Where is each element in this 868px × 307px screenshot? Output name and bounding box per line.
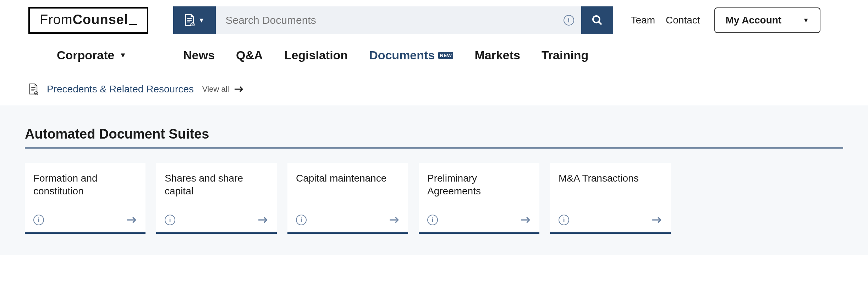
nav-markets[interactable]: Markets [474, 48, 520, 62]
arrow-right-icon[interactable] [520, 216, 531, 224]
card-row: Formation and constitution i Shares and … [25, 163, 843, 234]
search-bar: ▼ i [173, 6, 613, 34]
caret-down-icon: ▼ [803, 17, 809, 24]
my-account-dropdown[interactable]: My Account ▼ [714, 7, 820, 33]
card-footer: i [33, 215, 137, 225]
card-title: Capital maintenance [296, 172, 400, 185]
info-icon[interactable]: i [33, 215, 44, 225]
arrow-right-icon [234, 86, 244, 93]
search-icon [592, 15, 603, 26]
document-icon [184, 14, 195, 26]
nav-label: Training [542, 48, 588, 62]
card-formation[interactable]: Formation and constitution i [25, 163, 145, 234]
view-all-label: View all [202, 85, 229, 94]
card-footer: i [427, 215, 531, 225]
card-capital[interactable]: Capital maintenance i [287, 163, 408, 234]
arrow-right-icon[interactable] [389, 216, 400, 224]
card-footer: i [165, 215, 268, 225]
card-footer: i [296, 215, 400, 225]
team-link[interactable]: Team [631, 15, 655, 26]
nav-news[interactable]: News [183, 48, 215, 62]
search-input[interactable] [216, 6, 556, 34]
svg-line-5 [599, 22, 601, 25]
new-badge: NEW [438, 52, 453, 59]
contact-link[interactable]: Contact [666, 15, 700, 26]
logo[interactable]: FromCounsel [28, 7, 148, 34]
search-button[interactable] [581, 6, 613, 34]
info-icon: i [564, 15, 574, 26]
card-title: Shares and share capital [165, 172, 268, 198]
caret-down-icon: ▼ [119, 51, 126, 59]
sub-header: Precedents & Related Resources View all [0, 73, 868, 105]
info-icon[interactable]: i [296, 215, 307, 225]
nav-label: News [183, 48, 215, 62]
caret-down-icon: ▼ [198, 17, 205, 24]
my-account-label: My Account [726, 15, 782, 26]
document-filter-dropdown[interactable]: ▼ [173, 6, 216, 34]
arrow-right-icon[interactable] [258, 216, 268, 224]
arrow-right-icon[interactable] [126, 216, 137, 224]
search-info-button[interactable]: i [556, 6, 581, 34]
sub-header-title: Precedents & Related Resources [47, 84, 194, 95]
card-preliminary[interactable]: Preliminary Agreements i [419, 163, 539, 234]
nav-legislation[interactable]: Legislation [284, 48, 348, 62]
info-icon[interactable]: i [427, 215, 438, 225]
automated-document-suites-section: Automated Document Suites Formation and … [0, 105, 868, 255]
document-check-icon [28, 84, 38, 95]
nav-training[interactable]: Training [542, 48, 588, 62]
view-all-link[interactable]: View all [202, 85, 244, 94]
corporate-dropdown[interactable]: Corporate ▼ [57, 48, 126, 62]
nav-label: Markets [474, 48, 520, 62]
main-nav: Corporate ▼ News Q&A Legislation Documen… [0, 34, 868, 73]
card-ma[interactable]: M&A Transactions i [550, 163, 671, 234]
corporate-label: Corporate [57, 48, 114, 62]
card-title: Preliminary Agreements [427, 172, 531, 198]
nav-label: Q&A [236, 48, 263, 62]
section-title: Automated Document Suites [25, 126, 843, 149]
logo-text-1: From [40, 12, 73, 27]
logo-cursor [129, 24, 137, 25]
arrow-right-icon[interactable] [652, 216, 662, 224]
card-footer: i [559, 215, 662, 225]
info-icon[interactable]: i [559, 215, 569, 225]
top-links: Team Contact [631, 15, 700, 26]
nav-documents[interactable]: Documents NEW [369, 48, 453, 62]
logo-text-2: Counsel [73, 12, 128, 27]
card-title: M&A Transactions [559, 172, 662, 185]
nav-qa[interactable]: Q&A [236, 48, 263, 62]
nav-label: Documents [369, 48, 435, 62]
svg-point-4 [593, 16, 600, 23]
card-shares[interactable]: Shares and share capital i [156, 163, 277, 234]
info-icon[interactable]: i [165, 215, 175, 225]
card-title: Formation and constitution [33, 172, 137, 198]
top-bar: FromCounsel ▼ i Team C [0, 0, 868, 34]
nav-label: Legislation [284, 48, 348, 62]
